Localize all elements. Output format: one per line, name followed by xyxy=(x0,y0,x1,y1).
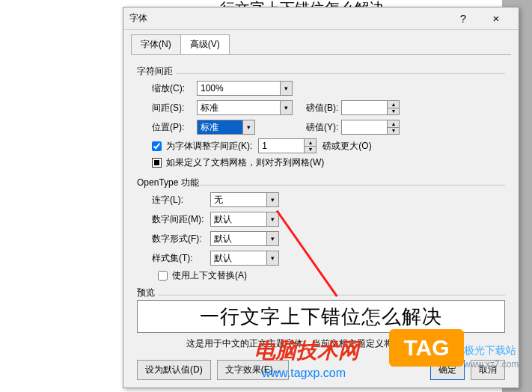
kerning-input[interactable] xyxy=(259,139,304,153)
ligature-label: 连字(L): xyxy=(152,194,210,206)
spacing-input[interactable] xyxy=(198,101,280,114)
styleset-input[interactable] xyxy=(211,251,266,265)
kerning-label: 为字体调整字间距(K): xyxy=(166,140,252,153)
watermark-url: www.tagxp.com xyxy=(262,367,346,380)
position-combo[interactable]: ▾ xyxy=(197,120,255,135)
chevron-down-icon[interactable]: ▾ xyxy=(242,120,254,134)
numform-input[interactable] xyxy=(211,232,266,245)
point-spin[interactable]: ▲▼ xyxy=(341,100,400,115)
point-label: 磅值(B): xyxy=(306,102,338,114)
numspace-input[interactable] xyxy=(211,212,266,226)
group-divider xyxy=(176,73,505,74)
point2-label: 磅值(Y): xyxy=(306,121,338,134)
tab-font[interactable]: 字体(N) xyxy=(131,34,181,54)
scale-combo[interactable]: ▾ xyxy=(197,81,293,96)
scale-input[interactable] xyxy=(198,82,280,95)
help-button[interactable]: ? xyxy=(447,8,480,29)
spin-up-icon[interactable]: ▲ xyxy=(305,139,316,147)
position-input[interactable] xyxy=(198,120,242,134)
point-input[interactable] xyxy=(342,101,387,114)
styleset-combo[interactable]: ▾ xyxy=(210,251,279,266)
preview-box: 一行文字上下错位怎么解决 xyxy=(137,300,505,333)
scale-label: 缩放(C): xyxy=(152,82,197,95)
styleset-label: 样式集(T): xyxy=(152,252,210,265)
group-divider xyxy=(158,295,505,295)
context-label: 使用上下文替换(A) xyxy=(172,269,247,282)
position-label: 位置(P): xyxy=(152,121,197,134)
context-checkbox[interactable] xyxy=(158,271,168,281)
kerning-spin[interactable]: ▲▼ xyxy=(258,138,317,153)
point2-input[interactable] xyxy=(342,120,387,134)
preview-text: 一行文字上下错位怎么解决 xyxy=(200,304,442,330)
group-divider xyxy=(198,185,505,186)
preview-group-label: 预览 xyxy=(137,287,505,299)
spacing-label: 间距(S): xyxy=(152,102,197,114)
spin-down-icon[interactable]: ▼ xyxy=(388,108,399,115)
dialog-title: 字体 xyxy=(129,12,447,25)
spin-up-icon[interactable]: ▲ xyxy=(388,120,399,128)
numform-combo[interactable]: ▾ xyxy=(210,231,279,246)
set-default-button[interactable]: 设为默认值(D) xyxy=(137,360,211,380)
ligature-combo[interactable]: ▾ xyxy=(210,192,279,207)
tab-strip: 字体(N) 高级(V) xyxy=(131,34,511,54)
spin-down-icon[interactable]: ▼ xyxy=(305,147,316,153)
chevron-down-icon[interactable]: ▾ xyxy=(280,101,292,114)
chevron-down-icon[interactable]: ▾ xyxy=(266,212,278,226)
chevron-down-icon[interactable]: ▾ xyxy=(280,82,292,95)
grid-label: 如果定义了文档网格，则对齐到网格(W) xyxy=(166,156,324,169)
close-button[interactable]: × xyxy=(480,8,513,29)
watermark-tag: TAG xyxy=(389,329,464,367)
opentype-group-label: OpenType 功能 xyxy=(137,177,505,189)
numspace-label: 数字间距(M): xyxy=(152,213,210,226)
chevron-down-icon[interactable]: ▾ xyxy=(266,251,278,265)
point2-spin[interactable]: ▲▼ xyxy=(341,120,400,135)
kerning-suffix: 磅或更大(O) xyxy=(322,140,371,153)
spacing-combo[interactable]: ▾ xyxy=(197,100,293,115)
spin-up-icon[interactable]: ▲ xyxy=(388,101,399,108)
char-spacing-group-label: 字符间距 xyxy=(137,65,505,78)
titlebar: 字体 ? × xyxy=(123,7,519,30)
watermark-site-url: www.xz7.com xyxy=(464,359,519,370)
tab-advanced[interactable]: 高级(V) xyxy=(180,34,230,54)
watermark-site-name: 极光下载站 xyxy=(464,344,516,358)
chevron-down-icon[interactable]: ▾ xyxy=(266,232,278,245)
numform-label: 数字形式(F): xyxy=(152,233,210,245)
grid-checkbox[interactable] xyxy=(152,158,162,168)
chevron-down-icon[interactable]: ▾ xyxy=(266,193,278,206)
numspace-combo[interactable]: ▾ xyxy=(210,212,279,227)
watermark-title: 电脑技术网 xyxy=(254,337,359,365)
kerning-checkbox[interactable] xyxy=(152,141,162,151)
dialog-body: 字符间距 缩放(C): ▾ 间距(S): ▾ 磅值(B): ▲▼ 位置(P): xyxy=(123,55,519,361)
spin-down-icon[interactable]: ▼ xyxy=(388,128,399,135)
ligature-input[interactable] xyxy=(211,193,266,206)
